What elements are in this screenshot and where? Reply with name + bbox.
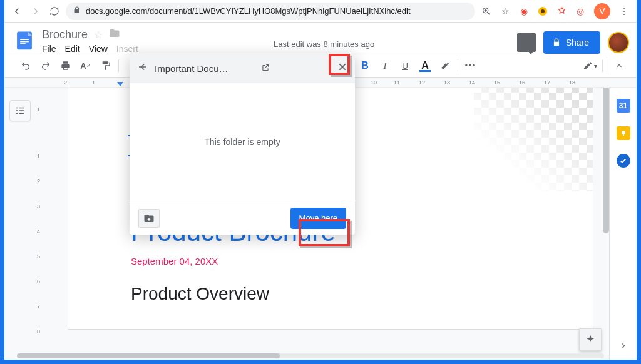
redo-button[interactable] xyxy=(37,57,54,74)
tasks-sidebar-icon[interactable] xyxy=(617,154,630,168)
indent-marker-icon[interactable] xyxy=(117,82,123,86)
svg-point-2 xyxy=(541,9,545,13)
editing-mode-button[interactable]: ▾ xyxy=(581,57,598,74)
open-in-new-icon[interactable] xyxy=(261,63,270,74)
menu-view[interactable]: View xyxy=(89,44,108,54)
star-icon[interactable]: ☆ xyxy=(94,29,103,41)
share-label: Share xyxy=(566,38,589,48)
outline-button[interactable] xyxy=(9,100,31,121)
account-avatar[interactable] xyxy=(608,32,629,53)
vertical-ruler[interactable]: 1 1 2 3 4 5 6 7 8 xyxy=(36,88,46,360)
svg-rect-8 xyxy=(623,134,624,136)
explore-button[interactable] xyxy=(579,328,602,351)
keep-sidebar-icon[interactable] xyxy=(617,126,630,140)
comments-icon[interactable] xyxy=(517,33,536,52)
horizontal-scrollbar[interactable] xyxy=(17,353,604,358)
date-text: September 04, 20XX xyxy=(131,256,530,266)
address-bar[interactable]: docs.google.com/document/d/1LWBvCYIYZLHy… xyxy=(66,3,475,20)
svg-rect-5 xyxy=(20,41,29,43)
menu-edit[interactable]: Edit xyxy=(65,44,80,54)
bold-button[interactable]: B xyxy=(356,57,374,74)
popup-back-button[interactable] xyxy=(137,61,148,76)
move-to-folder-popup: Important Docu… This folder is empty Mov… xyxy=(130,53,355,235)
url-text: docs.google.com/document/d/1LWBvCYIYZLHy… xyxy=(86,6,411,16)
menu-file[interactable]: File xyxy=(42,44,56,54)
zoom-icon[interactable] xyxy=(479,4,494,19)
undo-button[interactable] xyxy=(17,57,34,74)
lock-icon xyxy=(73,6,81,16)
extension-icon-1[interactable]: ◉ xyxy=(516,4,531,19)
spellcheck-button[interactable]: A✓ xyxy=(77,57,95,74)
more-tools-button[interactable]: ••• xyxy=(462,57,479,74)
popup-empty-message: This folder is empty xyxy=(130,83,355,201)
svg-point-7 xyxy=(622,131,625,134)
underline-button[interactable]: U xyxy=(396,57,414,74)
browser-forward xyxy=(28,4,43,19)
extension-icon-2[interactable] xyxy=(535,4,550,19)
italic-button[interactable]: I xyxy=(376,57,394,74)
collapse-toolbar-button[interactable] xyxy=(607,57,630,74)
move-folder-icon[interactable] xyxy=(109,28,120,41)
extension-icon-3[interactable] xyxy=(554,4,569,19)
last-edit[interactable]: Last edit was 8 minutes ago xyxy=(274,39,374,49)
browser-back[interactable] xyxy=(9,4,24,19)
section-heading: Product Overview xyxy=(131,284,530,304)
browser-reload[interactable] xyxy=(47,4,62,19)
share-button[interactable]: Share xyxy=(543,31,600,54)
popup-folder-name: Important Docu… xyxy=(155,63,255,74)
lock-icon xyxy=(552,38,561,47)
paint-format-button[interactable] xyxy=(97,57,115,74)
print-button[interactable] xyxy=(57,57,74,74)
move-here-button[interactable]: Move here xyxy=(290,208,346,229)
bookmark-star-icon[interactable]: ☆ xyxy=(498,4,513,19)
horizontal-scrollbar-thumb[interactable] xyxy=(17,353,280,358)
extension-icon-4[interactable]: ◎ xyxy=(573,4,588,19)
menu-insert[interactable]: Insert xyxy=(116,44,138,54)
document-title[interactable]: Brochure xyxy=(42,28,88,41)
svg-rect-4 xyxy=(20,39,29,40)
svg-rect-6 xyxy=(20,43,26,44)
browser-menu-icon[interactable]: ⋮ xyxy=(617,4,632,19)
docs-logo-icon[interactable] xyxy=(12,28,37,53)
browser-profile-avatar[interactable]: V xyxy=(594,3,610,19)
text-color-button[interactable]: A xyxy=(416,57,434,74)
calendar-sidebar-icon[interactable]: 31 xyxy=(617,99,630,113)
vertical-scrollbar[interactable] xyxy=(603,88,609,233)
highlight-button[interactable] xyxy=(436,57,454,74)
popup-close-button[interactable] xyxy=(337,62,347,75)
new-folder-button[interactable] xyxy=(138,209,160,228)
hide-sidepanel-button[interactable] xyxy=(619,340,628,353)
